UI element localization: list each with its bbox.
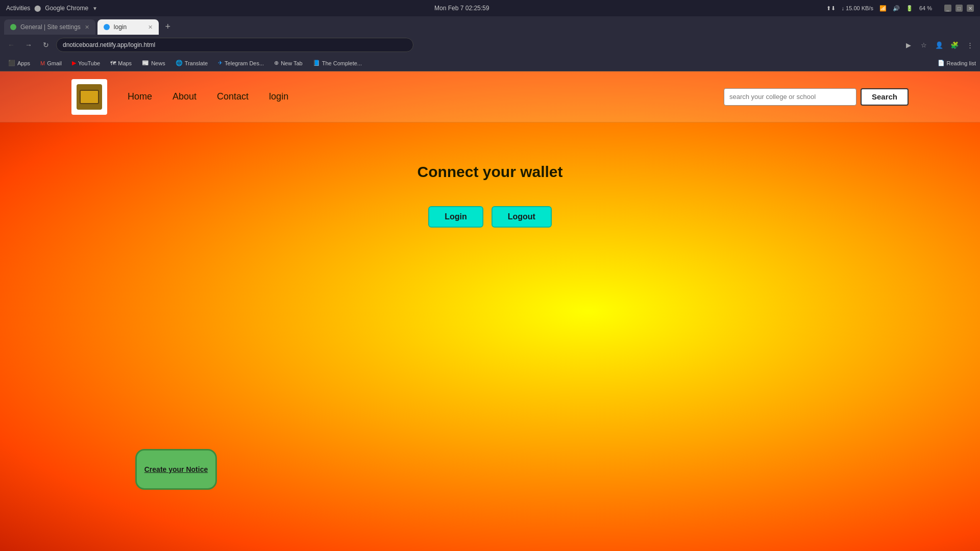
title-bar: Activities ⬤ Google Chrome ▼ Mon Feb 7 0… (0, 0, 980, 16)
address-bar-row: ← → ↻ ▶ ☆ 👤 🧩 ⋮ (0, 35, 980, 55)
datetime: Mon Feb 7 02:25:59 (434, 5, 489, 12)
tab-bar: General | Site settings ✕ login ✕ + (0, 16, 980, 35)
main-content: Connect your wallet Login Logout (0, 122, 980, 228)
nav-home[interactable]: Home (128, 91, 152, 102)
network-icon: ⬆⬇ (826, 5, 836, 12)
bookmark-complete[interactable]: 📘 The Complete... (309, 57, 366, 69)
tab-favicon-1 (10, 24, 16, 30)
reading-list-icon: 📄 (938, 60, 945, 66)
back-button[interactable]: ← (4, 38, 18, 52)
bookmark-news[interactable]: 📰 News (138, 57, 169, 69)
tab-close-2[interactable]: ✕ (148, 24, 153, 31)
maximize-button[interactable]: □ (955, 5, 963, 12)
site-nav: Home About Contact login Search (0, 71, 980, 122)
bookmark-apps[interactable]: ⬛ Apps (4, 57, 34, 69)
create-notice-button[interactable]: Create your Notice (135, 449, 217, 490)
tab-favicon-2 (104, 24, 110, 30)
bookmark-gmail[interactable]: M Gmail (36, 57, 66, 69)
menu-icon[interactable]: ⋮ (964, 39, 976, 51)
address-input[interactable] (56, 38, 413, 52)
reload-button[interactable]: ↻ (39, 38, 53, 52)
gmail-icon: M (40, 60, 45, 66)
logout-button[interactable]: Logout (492, 206, 552, 228)
reading-list-button[interactable]: 📄 Reading list (938, 60, 976, 66)
tab-login[interactable]: login ✕ (97, 19, 159, 35)
nav-about[interactable]: About (173, 91, 197, 102)
nav-login[interactable]: login (269, 91, 288, 102)
wifi-icon: 📶 (879, 5, 887, 12)
tab-site-settings[interactable]: General | Site settings ✕ (4, 19, 95, 35)
network-speed: ↓ 15.00 KB/s (842, 5, 873, 11)
bookmark-maps[interactable]: 🗺 Maps (106, 57, 136, 69)
minimize-button[interactable]: _ (944, 5, 951, 12)
tab-label-2: login (114, 23, 127, 31)
forward-button[interactable]: → (21, 38, 36, 52)
tab-close-1[interactable]: ✕ (85, 24, 89, 31)
cast-icon[interactable]: ▶ (902, 39, 915, 51)
search-area: Search (724, 88, 909, 106)
bookmarks-bar: ⬛ Apps M Gmail ▶ YouTube 🗺 Maps 📰 News 🌐… (0, 55, 980, 71)
volume-icon: 🔊 (893, 5, 900, 12)
site-logo[interactable] (71, 79, 107, 115)
wallet-title: Connect your wallet (417, 163, 562, 181)
apps-icon: ⬛ (8, 60, 15, 66)
close-button[interactable]: ✕ (967, 5, 974, 12)
login-button[interactable]: Login (428, 206, 483, 228)
nav-links: Home About Contact login (128, 91, 288, 102)
nav-contact[interactable]: Contact (217, 91, 249, 102)
profile-icon[interactable]: 👤 (933, 39, 945, 51)
bookmark-youtube[interactable]: ▶ YouTube (68, 57, 104, 69)
newtab-icon: ⊕ (274, 60, 279, 66)
battery-percent: 64 % (919, 5, 932, 11)
tab-label-1: General | Site settings (20, 23, 81, 31)
youtube-icon: ▶ (72, 60, 76, 66)
battery-icon: 🔋 (906, 5, 913, 12)
maps-icon: 🗺 (110, 60, 116, 66)
activities-label[interactable]: Activities (6, 5, 30, 12)
extension-icon[interactable]: 🧩 (948, 39, 961, 51)
wallet-buttons: Login Logout (428, 206, 552, 228)
translate-icon: 🌐 (176, 60, 183, 66)
bookmark-newtab[interactable]: ⊕ New Tab (270, 57, 307, 69)
new-tab-button[interactable]: + (161, 19, 175, 34)
complete-icon: 📘 (313, 60, 320, 66)
search-button[interactable]: Search (861, 88, 909, 106)
bookmark-telegram[interactable]: ✈ Telegram Des... (214, 57, 268, 69)
browser-label[interactable]: Google Chrome (45, 5, 88, 12)
website-content: Home About Contact login Search Connect … (0, 71, 980, 551)
telegram-icon: ✈ (218, 60, 223, 66)
bookmark-star-icon[interactable]: ☆ (918, 39, 930, 51)
search-input[interactable] (724, 88, 856, 106)
logo-screen (80, 90, 99, 104)
bookmark-translate[interactable]: 🌐 Translate (172, 57, 212, 69)
news-icon: 📰 (142, 60, 149, 66)
